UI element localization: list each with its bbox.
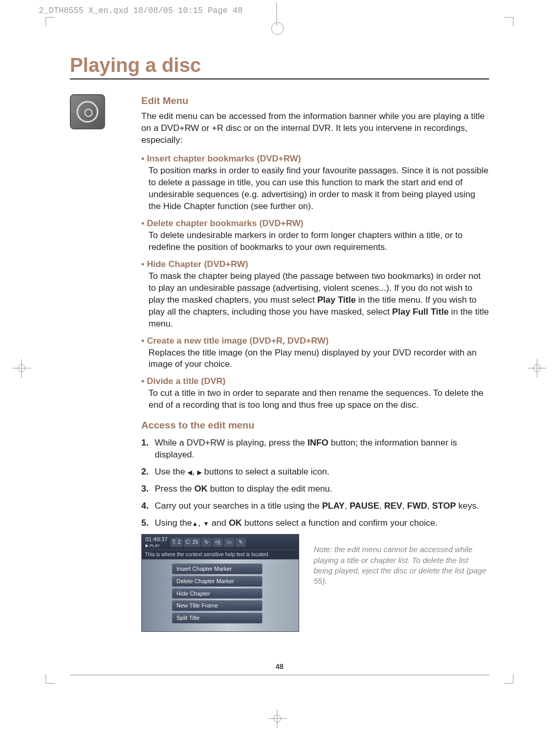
registration-mark-top — [269, 3, 285, 34]
crop-mark — [46, 17, 55, 26]
step-body: While a DVD+RW is playing, press the INF… — [155, 437, 489, 461]
ss-subtitle-icon: ▭ — [224, 538, 234, 547]
registration-mark-bottom — [271, 713, 284, 725]
registration-mark-left — [16, 362, 28, 375]
step-number: 2. — [141, 466, 155, 478]
ss-play-label: ▶ PLAY — [144, 543, 169, 549]
ss-menu-item: Insert Chapter Marker — [172, 564, 262, 574]
step-number: 1. — [141, 437, 155, 461]
step-body: Using the, and OK buttons select a funct… — [155, 517, 489, 529]
bullet-heading: Hide Chapter (DVD+RW) — [141, 259, 489, 271]
step: 1.While a DVD+RW is playing, press the I… — [141, 437, 489, 461]
bullet-body: Replaces the title image (on the Play me… — [149, 347, 489, 371]
title-underline — [70, 78, 489, 80]
bullet-body: To delete undesirable markers in order t… — [149, 230, 489, 254]
registration-mark-right — [531, 362, 543, 375]
step-body: Press the OK button to display the edit … — [155, 483, 489, 495]
crop-mark — [46, 674, 55, 684]
page-title: Playing a disc — [70, 54, 489, 77]
crop-mark — [504, 674, 513, 684]
ui-screenshot: 01:49:37 ▶ PLAY T: 2 C: 25 ↻ •)) ▭ ✎ Thi… — [141, 534, 299, 632]
ss-title-chip: T: 2 — [170, 538, 183, 547]
ss-time: 01:49:37 — [144, 536, 169, 543]
intro-text: The edit menu can be accessed from the i… — [141, 111, 489, 146]
bullet-body: To mask the chapter being played (the pa… — [149, 271, 489, 330]
bullet-heading: Divide a title (DVR) — [141, 376, 489, 388]
ss-menu-item: Delete Chapter Marker — [172, 576, 262, 587]
ss-repeat-icon: ↻ — [201, 538, 212, 547]
ss-chapter-chip: C: 25 — [184, 538, 200, 547]
disc-icon — [70, 94, 105, 129]
bullet-heading: Create a new title image (DVD+R, DVD+RW) — [141, 335, 489, 347]
note-text: Note: the edit menu cannot be accessed w… — [314, 534, 489, 586]
bullet-heading: Insert chapter bookmarks (DVD+RW) — [141, 153, 489, 165]
step-body: Carry out your searches in a title using… — [155, 500, 489, 512]
step: 4.Carry out your searches in a title usi… — [141, 500, 489, 512]
print-header: 2_DTH8555 X_en.qxd 18/08/05 10:15 Page 4… — [39, 6, 243, 16]
step-number: 4. — [141, 500, 155, 512]
step-body: Use the , buttons to select a suitable i… — [155, 466, 489, 478]
step: 2.Use the , buttons to select a suitable… — [141, 466, 489, 478]
bullet-heading: Delete chapter bookmarks (DVD+RW) — [141, 218, 489, 230]
step: 3.Press the OK button to display the edi… — [141, 483, 489, 495]
ss-menu-item: Split Title — [172, 613, 262, 624]
bullet-body: To cut a title in two in order to separa… — [149, 388, 489, 411]
step-number: 3. — [141, 483, 155, 495]
ss-menu-item: Hide Chapter — [172, 588, 262, 599]
page-number: 48 — [0, 662, 559, 671]
section-heading-access: Access to the edit menu — [141, 419, 489, 432]
bullet-body: To position marks in order to easily fin… — [149, 165, 489, 213]
ss-edit-icon: ✎ — [236, 538, 246, 547]
step: 5.Using the, and OK buttons select a fun… — [141, 517, 489, 529]
ss-help-text: This is where the context sensitive help… — [142, 550, 299, 559]
ss-audio-icon: •)) — [213, 538, 223, 547]
step-number: 5. — [141, 517, 155, 529]
ss-menu-item: New Title Frame — [172, 600, 262, 611]
section-heading-edit-menu: Edit Menu — [141, 94, 489, 108]
crop-mark — [504, 17, 513, 26]
footer-rule — [70, 675, 489, 675]
